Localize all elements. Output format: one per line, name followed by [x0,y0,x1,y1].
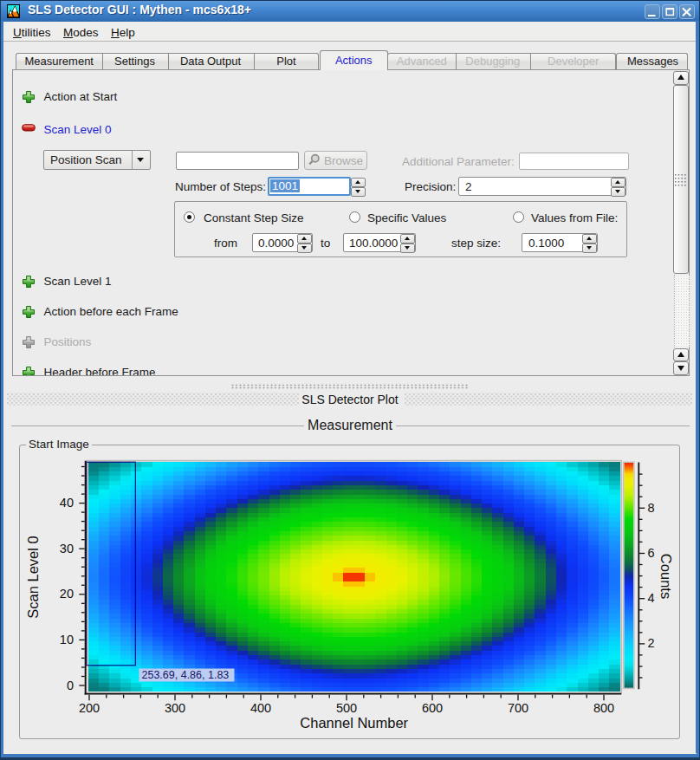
svg-text:800: 800 [593,701,614,715]
svg-text:500: 500 [336,701,357,715]
svg-text:40: 40 [60,496,74,510]
svg-text:Channel Number: Channel Number [300,715,408,731]
svg-text:6: 6 [648,546,655,560]
svg-text:400: 400 [250,701,271,715]
svg-text:Counts: Counts [658,554,674,599]
svg-text:2: 2 [648,636,655,650]
svg-text:600: 600 [422,701,443,715]
svg-text:8: 8 [648,501,655,515]
svg-text:30: 30 [60,542,74,555]
svg-text:Scan Level 0: Scan Level 0 [25,536,41,618]
svg-text:300: 300 [165,701,185,715]
svg-text:0: 0 [67,679,74,692]
svg-text:200: 200 [79,701,100,715]
svg-text:10: 10 [60,633,74,646]
svg-text:20: 20 [60,587,74,601]
svg-text:4: 4 [648,591,655,605]
svg-text:700: 700 [508,701,528,715]
svg-text:253.69, 4.86, 1.83: 253.69, 4.86, 1.83 [142,669,230,681]
